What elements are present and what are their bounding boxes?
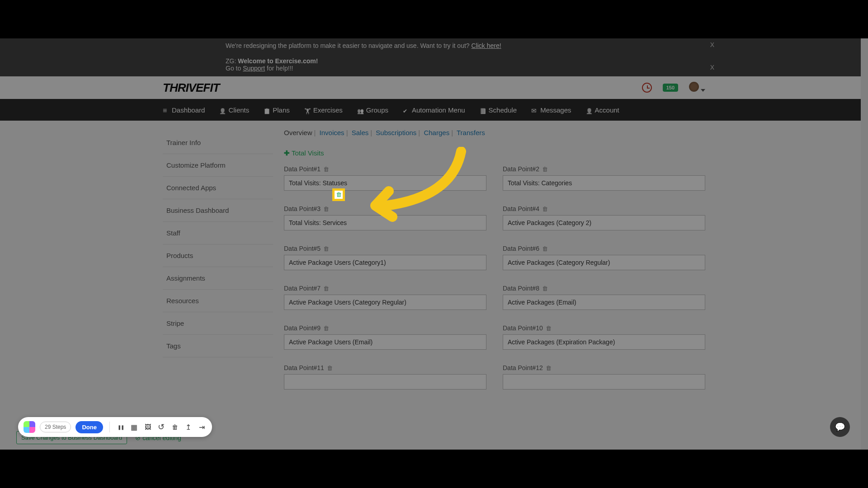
data-point-label: Data Point#11 🗑 bbox=[284, 364, 486, 371]
notifications-badge[interactable]: 150 bbox=[663, 84, 678, 92]
sidebar-item-stripe[interactable]: Stripe bbox=[163, 312, 273, 335]
subnav-transfers[interactable]: Transfers bbox=[457, 129, 485, 136]
data-point-select[interactable] bbox=[284, 215, 486, 230]
sidebar-item-resources[interactable]: Resources bbox=[163, 290, 273, 312]
user-icon bbox=[219, 107, 226, 113]
trash-icon[interactable]: 🗑 bbox=[546, 365, 552, 371]
data-point-field: Data Point#11 🗑 bbox=[284, 364, 486, 389]
nav-label: Groups bbox=[366, 106, 388, 114]
trash-icon[interactable]: 🗑 bbox=[546, 325, 552, 332]
add-total-visits-button[interactable]: ✚Total Visits bbox=[284, 149, 705, 157]
subnav-sales[interactable]: Sales bbox=[352, 129, 369, 136]
data-point-field: Data Point#9 🗑 bbox=[284, 324, 486, 350]
trash-icon[interactable]: 🗑 bbox=[327, 365, 333, 371]
data-point-select[interactable] bbox=[503, 295, 705, 310]
account-menu[interactable] bbox=[689, 82, 705, 94]
nav-label: Automation Menu bbox=[412, 106, 465, 114]
chevron-down-icon bbox=[701, 89, 705, 92]
data-point-select[interactable] bbox=[284, 175, 486, 191]
sidebar-item-customize-platform[interactable]: Customize Platform bbox=[163, 154, 273, 177]
header: THRIVEFIT 150 bbox=[0, 76, 868, 99]
intercom-launcher[interactable] bbox=[830, 417, 850, 437]
nav-exercises[interactable]: Exercises bbox=[304, 106, 343, 114]
sidebar-item-products[interactable]: Products bbox=[163, 244, 273, 267]
data-point-select[interactable] bbox=[284, 255, 486, 270]
main-nav: Dashboard Clients Plans Exercises Groups… bbox=[0, 99, 868, 121]
plus-icon: ✚ bbox=[284, 149, 290, 157]
sidebar-item-assignments[interactable]: Assignments bbox=[163, 267, 273, 290]
data-point-field: Data Point#2 🗑 bbox=[503, 165, 705, 191]
data-point-label-text: Data Point#8 bbox=[503, 285, 539, 292]
data-point-label: Data Point#10 🗑 bbox=[503, 324, 705, 332]
nav-account[interactable]: Account bbox=[586, 106, 619, 114]
trash-icon[interactable]: 🗑 bbox=[323, 325, 329, 332]
data-point-field: Data Point#7 🗑 bbox=[284, 285, 486, 310]
nav-automation[interactable]: Automation Menu bbox=[403, 106, 465, 114]
trash-icon[interactable]: 🗑 bbox=[323, 166, 329, 173]
undo-icon[interactable] bbox=[157, 422, 166, 432]
nav-plans[interactable]: Plans bbox=[264, 106, 290, 114]
nav-label: Messages bbox=[540, 106, 571, 114]
data-point-label-text: Data Point#5 bbox=[284, 245, 321, 252]
subnav-subscriptions[interactable]: Subscriptions bbox=[376, 129, 416, 136]
trash-icon[interactable] bbox=[170, 422, 179, 432]
data-point-select[interactable] bbox=[503, 255, 705, 270]
redesign-banner-link[interactable]: Click here! bbox=[472, 42, 501, 49]
sidebar-item-tags[interactable]: Tags bbox=[163, 335, 273, 357]
data-point-select[interactable] bbox=[503, 374, 705, 389]
data-point-select[interactable] bbox=[284, 295, 486, 310]
data-point-label-text: Data Point#6 bbox=[503, 245, 539, 252]
trash-icon[interactable]: 🗑 bbox=[323, 285, 329, 292]
trash-icon[interactable]: 🗑 bbox=[542, 285, 548, 292]
trash-icon[interactable]: 🗑 bbox=[323, 245, 329, 252]
nav-schedule[interactable]: Schedule bbox=[480, 106, 517, 114]
tutorial-logo-icon bbox=[24, 421, 35, 433]
data-point-label: Data Point#6 🗑 bbox=[503, 245, 705, 252]
tutorial-toolbar: 29 Steps Done bbox=[18, 417, 212, 437]
image-icon[interactable] bbox=[143, 422, 152, 432]
nav-dashboard[interactable]: Dashboard bbox=[163, 106, 205, 114]
collapse-icon[interactable] bbox=[198, 422, 207, 432]
welcome-bold: Welcome to Exercise.com! bbox=[238, 57, 318, 65]
data-point-label: Data Point#12 🗑 bbox=[503, 364, 705, 371]
subnav-charges[interactable]: Charges bbox=[424, 129, 449, 136]
upload-icon[interactable] bbox=[184, 422, 193, 432]
trash-icon[interactable]: 🗑 bbox=[542, 245, 548, 252]
trash-icon[interactable]: 🗑 bbox=[335, 191, 343, 199]
nav-clients[interactable]: Clients bbox=[219, 106, 249, 114]
nav-messages[interactable]: Messages bbox=[531, 106, 571, 114]
subnav-overview[interactable]: Overview bbox=[284, 129, 312, 136]
data-point-label: Data Point#9 🗑 bbox=[284, 324, 486, 332]
book-icon bbox=[480, 107, 486, 113]
trash-icon[interactable]: 🗑 bbox=[542, 206, 548, 212]
list-icon bbox=[163, 107, 169, 113]
data-point-label: Data Point#5 🗑 bbox=[284, 245, 486, 252]
clock-icon[interactable] bbox=[642, 83, 652, 93]
close-icon[interactable]: X bbox=[710, 64, 714, 71]
close-icon[interactable]: X bbox=[710, 41, 714, 48]
trash-icon[interactable]: 🗑 bbox=[542, 166, 548, 173]
sidebar-item-staff[interactable]: Staff bbox=[163, 222, 273, 244]
tutorial-steps-pill[interactable]: 29 Steps bbox=[40, 422, 71, 432]
data-point-select[interactable] bbox=[503, 175, 705, 191]
data-point-field: Data Point#10 🗑 bbox=[503, 324, 705, 350]
data-point-select[interactable] bbox=[284, 334, 486, 350]
data-point-select[interactable] bbox=[284, 374, 486, 389]
tutorial-done-button[interactable]: Done bbox=[75, 421, 103, 433]
data-point-select[interactable] bbox=[503, 334, 705, 350]
sidebar-item-business-dashboard[interactable]: Business Dashboard bbox=[163, 199, 273, 222]
sidebar-item-trainer-info[interactable]: Trainer Info bbox=[163, 131, 273, 154]
support-link[interactable]: Support bbox=[243, 65, 265, 72]
data-point-label-text: Data Point#12 bbox=[503, 364, 543, 371]
redesign-banner-text: We're redesigning the platform to make i… bbox=[226, 42, 472, 49]
data-point-select[interactable] bbox=[503, 215, 705, 230]
welcome-banner: ZG: Welcome to Exercise.com! Go to Suppo… bbox=[0, 53, 868, 76]
nav-groups[interactable]: Groups bbox=[357, 106, 388, 114]
blur-icon[interactable] bbox=[130, 422, 139, 432]
sidebar-item-connected-apps[interactable]: Connected Apps bbox=[163, 177, 273, 199]
data-point-label: Data Point#7 🗑 bbox=[284, 285, 486, 292]
trash-icon[interactable]: 🗑 bbox=[323, 206, 329, 212]
subnav-invoices[interactable]: Invoices bbox=[320, 129, 344, 136]
pause-icon[interactable] bbox=[116, 422, 125, 432]
scrollbar[interactable] bbox=[861, 38, 868, 450]
